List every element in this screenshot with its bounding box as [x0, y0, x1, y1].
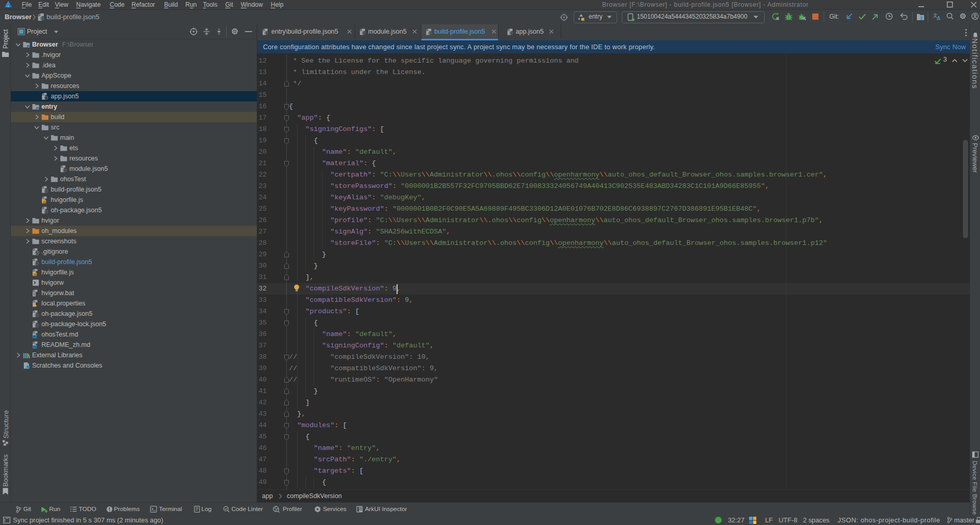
svg-text:MD: MD [33, 335, 38, 338]
svg-text:MD: MD [33, 345, 38, 348]
svg-text:JS: JS [33, 273, 37, 276]
svg-text:A: A [937, 16, 941, 21]
svg-text:JS: JS [42, 200, 46, 203]
